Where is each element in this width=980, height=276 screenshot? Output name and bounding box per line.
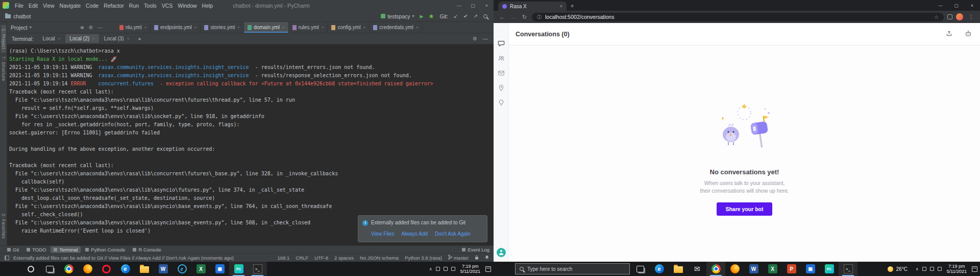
terminal-icon[interactable]: >_ (839, 262, 857, 276)
status-item[interactable]: Python 3.8 (rasa) (405, 255, 442, 261)
internet-explorer-icon[interactable]: e (173, 262, 191, 276)
status-item[interactable]: UTF-8 (314, 255, 328, 261)
taskbar-search[interactable]: Type here to search (515, 263, 630, 274)
tray-icon[interactable] (436, 267, 440, 271)
mail-icon[interactable]: ✉ (688, 262, 706, 276)
tool-window-toggle-icon[interactable] (5, 256, 9, 260)
editor-tab[interactable]: rules.yml× (289, 22, 328, 33)
menu-item-edit[interactable]: Edit (26, 2, 40, 10)
tool-window-button-terminal[interactable]: Terminal (51, 246, 81, 253)
git-update-icon[interactable]: ↙ (454, 13, 458, 19)
close-tab-icon[interactable]: × (416, 25, 419, 30)
word-icon[interactable]: W (744, 262, 763, 276)
terminal-tab[interactable]: Local× (39, 34, 65, 43)
photos-icon[interactable]: ▣ (210, 262, 229, 276)
status-message[interactable]: Externally added files can be added to G… (13, 255, 234, 261)
opera-icon[interactable] (97, 262, 116, 276)
tool-window-button-todo[interactable]: TODO (23, 246, 49, 253)
lock-icon[interactable] (475, 255, 479, 261)
tool-window-button-git[interactable]: Git (4, 246, 22, 253)
hide-panel-icon[interactable]: — (97, 25, 103, 30)
terminal-panel[interactable]: (rasa) C:\Users\tszch\chatbot>rasa xStar… (7, 44, 494, 245)
firefox-icon[interactable] (78, 262, 97, 276)
settings-gear-icon[interactable]: ⚙ (89, 25, 93, 30)
share-your-bot-button[interactable]: Share your bot (717, 202, 772, 216)
action-center-icon[interactable] (972, 266, 977, 272)
bookmark-star-icon[interactable]: ☆ (934, 14, 939, 20)
run-button[interactable]: ▶ (420, 14, 424, 19)
cortana-button[interactable] (21, 262, 40, 276)
photos-icon[interactable]: ▣ (801, 262, 820, 276)
address-bar[interactable]: ⓘ localhost:5002/conversations ☆ (532, 13, 944, 21)
notification-action[interactable]: View Files (371, 230, 394, 238)
event-log-button[interactable]: Event Log (462, 247, 489, 252)
close-tab-icon[interactable]: × (92, 36, 95, 41)
project-breadcrumb[interactable]: chatbot (5, 13, 31, 19)
notification-action[interactable]: Always Add (401, 230, 428, 238)
browser-menu-icon[interactable]: ⋮ (967, 14, 975, 20)
menu-item-window[interactable]: Window (175, 2, 199, 10)
reload-icon[interactable]: ↻ (521, 14, 528, 20)
close-tab-icon[interactable]: × (282, 25, 285, 30)
bot-icon[interactable] (965, 30, 972, 39)
word-icon[interactable]: W (154, 262, 173, 276)
status-item[interactable]: 168:1 (278, 255, 290, 261)
notification-action[interactable]: Don't Ask Again (435, 230, 471, 238)
close-tab-icon[interactable]: × (144, 25, 146, 30)
tray-chevron-icon[interactable]: ∧ (429, 267, 432, 271)
browser-tab-rasa-x[interactable]: Rasa X × (498, 2, 567, 11)
menu-item-code[interactable]: Code (83, 2, 101, 10)
firefox-icon[interactable] (725, 262, 744, 276)
locate-file-icon[interactable]: ⊕ (80, 25, 84, 30)
chrome-icon[interactable] (706, 262, 725, 276)
maximize-icon[interactable]: ▢ (948, 0, 964, 11)
close-tab-icon[interactable]: × (322, 25, 324, 30)
tool-window-button-python-console[interactable]: Python Console (82, 246, 128, 253)
user-avatar[interactable] (497, 248, 506, 257)
site-info-icon[interactable]: ⓘ (537, 14, 542, 20)
tray-chevron-icon[interactable]: ∧ (916, 267, 919, 271)
edge-icon[interactable]: e (116, 262, 135, 276)
taskbar-clock[interactable]: 7:19 pm 5/11/2021 (459, 264, 482, 274)
menu-item-navigate[interactable]: Navigate (57, 2, 83, 10)
close-tab-icon[interactable]: × (363, 25, 365, 30)
weather-widget[interactable]: 26°C (883, 266, 912, 272)
menu-item-tools[interactable]: Tools (141, 2, 159, 10)
excel-icon[interactable]: X (191, 262, 210, 276)
tool-window-button-r-console[interactable]: R Console (130, 246, 164, 253)
task-view-icon[interactable] (40, 262, 59, 276)
tray-icon[interactable] (930, 267, 934, 271)
status-item[interactable]: 2 spaces (334, 255, 354, 261)
profile-avatar[interactable] (956, 13, 963, 20)
editor-tab[interactable]: credentials.yml× (370, 22, 422, 33)
tray-icon[interactable] (922, 267, 926, 271)
menu-item-run[interactable]: Run (127, 2, 141, 10)
minimize-icon[interactable]: — (933, 0, 948, 11)
forward-icon[interactable]: → (509, 14, 517, 20)
close-tab-icon[interactable]: × (127, 36, 130, 41)
tray-icon[interactable] (444, 267, 448, 271)
terminal-minimize-icon[interactable]: — (483, 36, 488, 41)
tool-window-stripe-button[interactable]: 2: Favorites (1, 210, 6, 242)
pin-icon[interactable] (498, 84, 505, 91)
pycharm-icon[interactable]: PC (820, 262, 839, 276)
close-tab-icon[interactable]: × (560, 4, 562, 9)
close-tab-icon[interactable]: × (237, 25, 240, 30)
file-explorer-icon[interactable] (135, 262, 154, 276)
menu-item-view[interactable]: View (40, 2, 57, 10)
tool-window-stripe-button[interactable]: 7: Structure (1, 53, 6, 85)
new-tab-button[interactable]: + (567, 2, 578, 11)
back-icon[interactable]: ← (498, 14, 506, 20)
search-everywhere-icon[interactable] (483, 14, 487, 18)
menu-item-vcs[interactable]: VCS (159, 2, 176, 10)
menu-item-help[interactable]: Help (200, 2, 216, 10)
task-view-icon[interactable] (631, 262, 650, 276)
terminal-tab[interactable]: Local (3)× (100, 34, 134, 43)
extensions-icon[interactable] (947, 14, 952, 19)
project-pane-header[interactable]: Project ▾ (7, 25, 35, 31)
status-item[interactable]: CRLF (296, 255, 308, 261)
editor-tab[interactable]: stories.yml× (201, 22, 243, 33)
excel-icon[interactable]: X (763, 262, 782, 276)
close-icon[interactable]: × (480, 0, 494, 11)
run-config-selector[interactable]: testspacy ▾ (381, 13, 414, 19)
